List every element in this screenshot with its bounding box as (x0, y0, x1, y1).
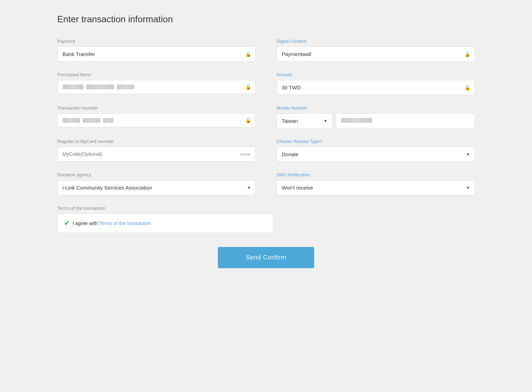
txn-blur-1 (63, 118, 80, 123)
terms-section-label: Terms of the transaction (57, 206, 475, 211)
digital-content-label: Digital Content (277, 39, 475, 44)
mobile-number-field[interactable] (336, 113, 475, 128)
terms-agree-prefix: I agree with (73, 221, 99, 226)
purchased-items-label: Purchased Items (57, 72, 256, 77)
transaction-number-field: 🔒 (57, 113, 256, 127)
payment-value: Bank Transfer (58, 47, 255, 61)
submit-area: Send Confirm (57, 247, 475, 268)
transaction-lock-icon: 🔒 (245, 118, 251, 123)
sms-notification-select-wrapper[interactable]: Won't receive Receive ▼ (277, 180, 475, 195)
donation-agency-group: Donation agency i-Link Community Service… (57, 172, 256, 195)
payment-group: Payment Bank Transfer 🔒 (57, 39, 256, 62)
sms-notification-group: SMS Notification Won't receive Receive ▼ (277, 172, 475, 195)
terms-box: ✔ I agree with Terms of the transaction (57, 214, 273, 233)
mobile-number-group: Mobile Number Taiwan China Japan ▼ (277, 105, 475, 128)
main-container: Enter transaction information Payment Ba… (57, 14, 475, 268)
purchased-items-group: Purchased Items 🔒 (57, 72, 256, 95)
transaction-number-group: Transaction Number 🔒 (57, 105, 256, 128)
terms-agree-text: I agree with Terms of the transaction (73, 221, 151, 226)
purchased-items-blurred (58, 80, 255, 94)
blur-rect-2 (86, 85, 114, 89)
send-confirm-button[interactable]: Send Confirm (218, 247, 314, 268)
form-grid: Payment Bank Transfer 🔒 Digital Content … (57, 39, 475, 195)
register-mycard-group: Register to MyCard member more (57, 139, 256, 162)
page-title: Enter transaction information (57, 14, 475, 25)
register-mycard-label: Register to MyCard member (57, 139, 256, 144)
amount-lock-icon: 🔒 (464, 85, 470, 90)
mobile-input-row: Taiwan China Japan ▼ (277, 113, 475, 128)
sms-notification-label: SMS Notification (277, 172, 475, 177)
donation-agency-select-wrapper[interactable]: i-Link Community Services Association Ot… (57, 180, 256, 195)
amount-group: Amount 30 TWD 🔒 (277, 72, 475, 95)
donation-agency-select[interactable]: i-Link Community Services Association Ot… (58, 181, 255, 195)
terms-section: Terms of the transaction ✔ I agree with … (57, 206, 475, 233)
amount-value: 30 TWD (277, 80, 475, 95)
terms-check-icon: ✔ (64, 219, 69, 227)
digital-content-group: Digital Content Paymentwall 🔒 (277, 39, 475, 62)
donation-agency-label: Donation agency (57, 172, 256, 177)
receipt-type-group: Choose Receipt Type? Donate Personal Com… (277, 139, 475, 162)
receipt-type-select[interactable]: Donate Personal Company (277, 147, 475, 161)
txn-blur-2 (83, 118, 100, 123)
payment-field: Bank Transfer 🔒 (57, 47, 256, 62)
payment-label: Payment (57, 39, 256, 44)
mycode-wrapper: more (57, 147, 256, 161)
digital-content-value: Paymentwall (277, 47, 475, 61)
amount-label: Amount (277, 72, 475, 77)
sms-notification-select[interactable]: Won't receive Receive (277, 181, 475, 195)
transaction-blurred (58, 114, 255, 127)
amount-field: 30 TWD 🔒 (277, 80, 475, 95)
txn-blur-3 (103, 118, 113, 123)
blur-rect-1 (63, 85, 84, 89)
mobile-country-select-wrapper[interactable]: Taiwan China Japan ▼ (277, 113, 332, 128)
mobile-number-label: Mobile Number (277, 105, 475, 111)
receipt-type-select-wrapper[interactable]: Donate Personal Company ▼ (277, 147, 475, 162)
purchased-lock-icon: 🔒 (245, 84, 251, 90)
mobile-blur-1 (341, 118, 372, 123)
terms-link[interactable]: Terms of the transaction (99, 221, 151, 226)
mycode-more-link[interactable]: more (235, 147, 255, 161)
mycode-input[interactable] (58, 147, 235, 161)
digital-content-lock-icon: 🔒 (464, 51, 470, 57)
transaction-number-label: Transaction Number (57, 105, 256, 111)
purchased-items-field: 🔒 (57, 80, 256, 94)
payment-lock-icon: 🔒 (245, 51, 251, 57)
mobile-number-blurred (336, 114, 475, 127)
mobile-country-select[interactable]: Taiwan China Japan (277, 114, 332, 128)
blur-rect-3 (117, 85, 134, 89)
digital-content-field: Paymentwall 🔒 (277, 47, 475, 62)
receipt-type-label: Choose Receipt Type? (277, 139, 475, 144)
